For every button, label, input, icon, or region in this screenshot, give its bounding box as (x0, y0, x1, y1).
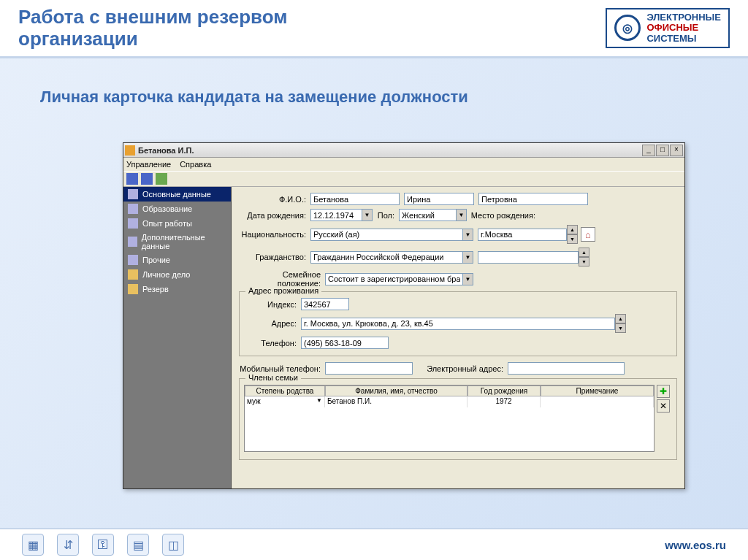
citizenship-select[interactable]: ▼ (310, 251, 473, 264)
app-icon (125, 145, 135, 156)
surname-input[interactable] (310, 193, 400, 205)
footer-icon-2: ⇵ (57, 534, 79, 556)
family-legend: Члены семьи (245, 373, 301, 382)
sidebar-item-main-data[interactable]: Основные данные (123, 187, 231, 202)
name-input[interactable] (404, 193, 474, 205)
email-input[interactable] (508, 362, 625, 375)
label-dob: Дата рождения: (239, 211, 310, 220)
footer-icon-4: ▤ (127, 534, 149, 556)
home-icon[interactable]: ⌂ (581, 227, 595, 242)
th-fio[interactable]: Фамилия, имя, отчество (325, 386, 468, 396)
chevron-down-icon[interactable]: ▼ (362, 209, 373, 221)
slide-subtitle: Личная карточка кандидата на замещение д… (0, 58, 748, 107)
scroll-up-icon[interactable]: ▲ (579, 248, 589, 257)
label-phone: Телефон: (244, 339, 301, 348)
close-button[interactable]: × (670, 145, 683, 156)
folder-icon (128, 269, 138, 280)
titlebar[interactable]: Бетанова И.П. _ □ × (123, 143, 684, 158)
chevron-down-icon[interactable]: ▼ (456, 209, 467, 221)
sex-select[interactable]: ▼ (399, 209, 467, 221)
th-note[interactable]: Примечание (541, 386, 654, 396)
address-legend: Адрес проживания (245, 286, 321, 295)
patronymic-input[interactable] (478, 193, 588, 205)
menu-manage[interactable]: Управление (126, 160, 171, 169)
index-input[interactable] (301, 298, 349, 310)
pob-scroll[interactable]: ▲ ▼ (567, 225, 578, 244)
footer-url: www.eos.ru (665, 539, 726, 551)
pob-input[interactable] (478, 229, 567, 241)
page-icon (128, 255, 138, 265)
sidebar-item-other[interactable]: Прочие (123, 253, 231, 267)
nationality-select[interactable]: ▼ (310, 229, 473, 241)
dob-picker[interactable]: ▼ (310, 209, 373, 221)
th-relation[interactable]: Степень родства (245, 386, 325, 396)
address-input[interactable] (301, 318, 615, 330)
maximize-button[interactable]: □ (656, 145, 669, 156)
address-scroll[interactable]: ▲ ▼ (615, 314, 626, 333)
footer-icon-1: ▦ (22, 534, 44, 556)
citizenship-scroll[interactable]: ▲ ▼ (579, 248, 589, 266)
label-nationality: Национальность: (239, 230, 310, 239)
card-icon[interactable] (156, 173, 167, 185)
slide-footer: ▦ ⇵ ⚿ ▤ ◫ www.eos.ru (0, 528, 748, 560)
footer-icons: ▦ ⇵ ⚿ ▤ ◫ (22, 534, 184, 556)
table-row[interactable]: муж ▼ Бетанов П.И. 1972 (245, 396, 654, 407)
folder-icon (128, 284, 138, 294)
scroll-down-icon[interactable]: ▼ (615, 323, 626, 333)
list-icon (128, 189, 138, 199)
scroll-down-icon[interactable]: ▼ (567, 234, 578, 244)
family-group: Члены семьи Степень родства Фамилия, имя… (239, 378, 677, 460)
toolbar (123, 171, 684, 187)
label-marital: Семейное положение: (239, 270, 325, 288)
address-group: Адрес проживания Индекс: Адрес: ▲ ▼ Теле… (239, 291, 677, 356)
chevron-down-icon[interactable]: ▼ (462, 251, 473, 264)
family-table: Степень родства Фамилия, имя, отчество Г… (244, 385, 654, 452)
book-icon (128, 204, 138, 214)
footer-icon-3: ⚿ (92, 534, 114, 556)
menu-help[interactable]: Справка (180, 160, 211, 169)
gear-icon (128, 237, 137, 247)
marital-select[interactable]: ▼ (325, 273, 473, 285)
add-row-button[interactable]: ✚ (657, 385, 670, 398)
minimize-button[interactable]: _ (642, 145, 655, 156)
app-window: Бетанова И.П. _ □ × Управление Справка О… (123, 142, 685, 489)
citizenship-extra-input[interactable] (478, 251, 579, 264)
menubar: Управление Справка (123, 158, 684, 171)
slide-header: Работа с внешним резервом организации ◎ … (0, 0, 748, 58)
phone-input[interactable] (301, 337, 389, 349)
label-citizenship: Гражданство: (239, 253, 310, 261)
slide-title-line2: организации (18, 28, 138, 50)
label-sex: Пол: (373, 211, 399, 220)
sidebar-item-reserve[interactable]: Резерв (123, 282, 231, 296)
chevron-down-icon[interactable]: ▼ (462, 273, 473, 285)
slide-title: Работа с внешним резервом организации (18, 7, 288, 50)
briefcase-icon (128, 218, 138, 229)
scroll-up-icon[interactable]: ▲ (615, 314, 626, 323)
mobile-input[interactable] (325, 362, 413, 375)
scroll-up-icon[interactable]: ▲ (567, 225, 578, 234)
sidebar-item-additional[interactable]: Дополнительные данные (123, 231, 231, 253)
label-fio: Ф.И.О.: (239, 195, 310, 204)
logo-text: ЭЛЕКТРОННЫЕ ОФИСНЫЕ СИСТЕМЫ (646, 12, 721, 44)
save-as-icon[interactable] (141, 173, 153, 185)
window-title: Бетанова И.П. (138, 146, 642, 155)
sidebar: Основные данные Образование Опыт работы … (123, 187, 232, 488)
label-email: Электронный адрес: (413, 364, 508, 373)
th-year[interactable]: Год рождения (468, 386, 541, 396)
save-icon[interactable] (126, 173, 138, 185)
slide-title-line1: Работа с внешним резервом (18, 6, 288, 28)
label-mobile: Мобильный телефон: (239, 364, 325, 373)
sidebar-item-experience[interactable]: Опыт работы (123, 216, 231, 231)
sidebar-item-education[interactable]: Образование (123, 202, 231, 216)
label-pob: Место рождения: (467, 211, 540, 220)
chevron-down-icon[interactable]: ▼ (316, 397, 322, 407)
label-index: Индекс: (244, 300, 301, 309)
delete-row-button[interactable]: ✕ (657, 399, 670, 413)
footer-icon-5: ◫ (162, 534, 184, 556)
label-address: Адрес: (244, 319, 301, 328)
chevron-down-icon[interactable]: ▼ (462, 229, 473, 241)
logo: ◎ ЭЛЕКТРОННЫЕ ОФИСНЫЕ СИСТЕМЫ (606, 8, 730, 48)
sidebar-item-personal-file[interactable]: Личное дело (123, 267, 231, 282)
scroll-down-icon[interactable]: ▼ (579, 257, 589, 266)
logo-spiral-icon: ◎ (614, 15, 641, 41)
